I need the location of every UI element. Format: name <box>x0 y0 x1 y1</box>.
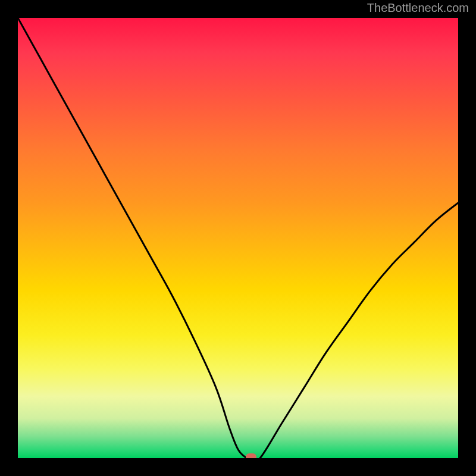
bottleneck-curve <box>18 18 458 458</box>
chart-container: TheBottleneck.com <box>0 0 476 476</box>
optimal-point-marker <box>246 453 256 458</box>
curve-svg <box>18 18 458 458</box>
plot-area <box>18 18 458 458</box>
watermark-text: TheBottleneck.com <box>367 1 469 15</box>
